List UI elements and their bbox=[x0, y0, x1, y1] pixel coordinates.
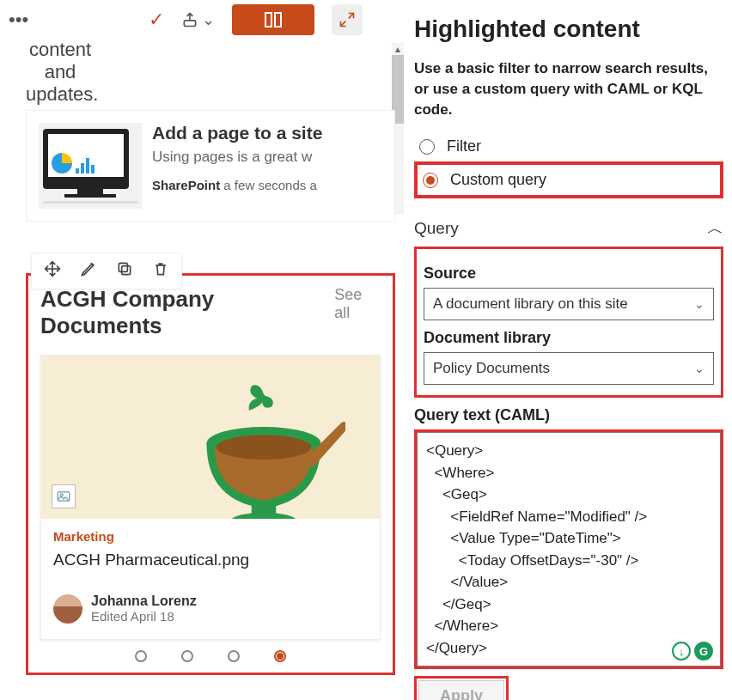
svg-rect-2 bbox=[119, 263, 127, 271]
columns-icon bbox=[265, 12, 282, 27]
carousel-dot[interactable] bbox=[181, 650, 193, 662]
caml-query-textarea[interactable]: <Query> <Where> <Geq> <FieldRef Name="Mo… bbox=[417, 432, 721, 667]
move-icon[interactable] bbox=[44, 260, 61, 282]
highlighted-content-webpart[interactable]: ACGH Company Documents See all bbox=[34, 281, 387, 667]
svg-rect-0 bbox=[184, 20, 195, 26]
edit-icon[interactable] bbox=[80, 260, 97, 282]
chevron-down-icon: ⌄ bbox=[202, 10, 215, 29]
news-thumbnail bbox=[39, 123, 142, 209]
author-avatar bbox=[53, 594, 82, 624]
source-label: Source bbox=[424, 265, 714, 283]
duplicate-icon[interactable] bbox=[116, 260, 133, 282]
chevron-down-icon: ⌄ bbox=[694, 297, 705, 311]
news-meta: SharePoint a few seconds a bbox=[152, 178, 322, 192]
carousel-dot[interactable] bbox=[135, 650, 147, 662]
carousel-dots bbox=[40, 650, 381, 662]
svg-rect-1 bbox=[122, 266, 131, 275]
caml-query-text: <Query> <Where> <Geq> <FieldRef Name="Mo… bbox=[426, 442, 647, 656]
news-item-card[interactable]: Add a page to a site Using pages is a gr… bbox=[26, 110, 395, 222]
webpart-title: ACGH Company Documents bbox=[40, 286, 334, 339]
custom-query-radio-row[interactable]: Custom query bbox=[418, 165, 720, 195]
webpart-editor-toolbar bbox=[31, 253, 182, 289]
news-title: Add a page to a site bbox=[152, 123, 322, 143]
carousel-dot-active[interactable] bbox=[274, 650, 286, 662]
svg-point-6 bbox=[217, 435, 311, 460]
source-value: A document library on this site bbox=[433, 295, 628, 313]
document-category: Marketing bbox=[53, 529, 368, 544]
document-preview-image bbox=[182, 378, 345, 519]
layout-columns-button[interactable] bbox=[232, 4, 314, 35]
document-library-label: Document library bbox=[424, 329, 714, 347]
filter-radio[interactable] bbox=[419, 139, 435, 155]
source-select[interactable]: A document library on this site ⌄ bbox=[424, 288, 714, 320]
document-library-value: Policy Documents bbox=[433, 360, 550, 377]
author-name: Johanna Lorenz bbox=[91, 593, 197, 609]
collapse-panel-button[interactable] bbox=[332, 4, 363, 35]
filter-radio-label: Filter bbox=[447, 137, 481, 155]
grammarly-badges: ↓G bbox=[672, 642, 713, 660]
custom-query-radio[interactable] bbox=[423, 173, 438, 188]
svg-point-8 bbox=[231, 513, 296, 519]
query-section-label: Query bbox=[414, 219, 459, 238]
truncated-text: content and updates. bbox=[26, 39, 95, 106]
chevron-down-icon: ⌄ bbox=[694, 362, 705, 375]
panel-description: Use a basic filter to narrow search resu… bbox=[414, 58, 723, 119]
delete-icon[interactable] bbox=[152, 260, 169, 282]
query-section-header[interactable]: Query ︿ bbox=[414, 217, 723, 240]
grammarly-icon[interactable]: G bbox=[694, 642, 713, 660]
news-body: Using pages is a great w bbox=[152, 149, 322, 166]
more-actions-icon[interactable]: ••• bbox=[9, 16, 28, 23]
custom-query-radio-label: Custom query bbox=[450, 171, 546, 189]
image-file-icon bbox=[52, 484, 76, 508]
caml-label: Query text (CAML) bbox=[414, 406, 723, 424]
carousel-dot[interactable] bbox=[228, 650, 240, 662]
share-button[interactable]: ⌄ bbox=[181, 10, 215, 29]
see-all-link[interactable]: See all bbox=[334, 286, 381, 322]
filter-radio-row[interactable]: Filter bbox=[414, 131, 723, 161]
apply-button[interactable]: Apply bbox=[418, 680, 504, 700]
document-title: ACGH Pharmaceutical.png bbox=[53, 551, 368, 569]
chevron-up-icon: ︿ bbox=[707, 217, 723, 240]
document-library-select[interactable]: Policy Documents ⌄ bbox=[424, 352, 714, 385]
grammarly-icon[interactable]: ↓ bbox=[672, 642, 691, 660]
edited-date: Edited April 18 bbox=[91, 609, 197, 624]
panel-title: Highlighted content bbox=[414, 15, 723, 43]
approve-icon[interactable]: ✓ bbox=[149, 9, 164, 31]
document-card[interactable]: Marketing ACGH Pharmaceutical.png Johann… bbox=[40, 355, 381, 640]
